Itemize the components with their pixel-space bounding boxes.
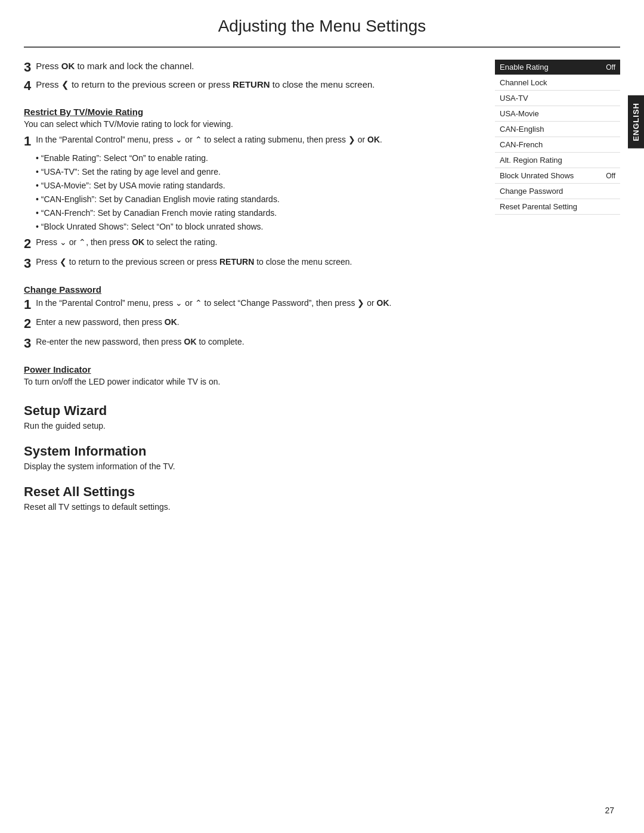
sidebar-menu: Enable Rating Off Channel Lock USA-TV US… <box>495 60 620 512</box>
change-password-step3-text: Re-enter the new password, then press OK… <box>36 337 244 346</box>
menu-item-change-password[interactable]: Change Password <box>495 184 620 199</box>
change-password-step1-text: In the “Parental Control” menu, press ⌄ … <box>36 298 391 308</box>
change-password-step1: 1 In the “Parental Control” menu, press … <box>24 297 483 312</box>
page-number: 27 <box>605 806 614 815</box>
english-tab: ENGLISH <box>628 95 644 148</box>
menu-item-usa-movie[interactable]: USA-Movie <box>495 106 620 122</box>
change-password-step3-number: 3 <box>24 336 31 351</box>
page-title: Adjusting the Menu Settings <box>24 0 620 48</box>
menu-item-can-french[interactable]: CAN-French <box>495 137 620 153</box>
setup-wizard-desc: Run the guided setup. <box>24 421 483 431</box>
menu-item-label: Change Password <box>500 187 563 196</box>
restrict-bullets: “Enable Rating”: Select “On” to enable r… <box>36 151 483 234</box>
intro-step3: 3 Press OK to mark and lock the channel. <box>24 60 483 73</box>
menu-item-label: USA-TV <box>500 94 528 103</box>
change-password-step2-text: Enter a new password, then press OK. <box>36 317 179 327</box>
restrict-desc: You can select which TV/Movie rating to … <box>24 119 483 129</box>
bullet-item: “USA-TV”: Set the rating by age level an… <box>36 165 483 179</box>
menu-item-label: Alt. Region Rating <box>500 156 562 165</box>
restrict-step1-text: In the “Parental Control” menu, press ⌄ … <box>36 135 382 144</box>
setup-wizard-title: Setup Wizard <box>24 403 483 419</box>
reset-all-section: Reset All Settings Reset all TV settings… <box>24 484 483 512</box>
restrict-step3: 3 Press ❮ to return to the previous scre… <box>24 256 483 271</box>
step-number-3: 3 <box>24 60 31 75</box>
power-indicator-section: Power Indicator To turn on/off the LED p… <box>24 364 483 386</box>
change-password-step2: 2 Enter a new password, then press OK. <box>24 316 483 332</box>
menu-item-enable-rating[interactable]: Enable Rating Off <box>495 60 620 75</box>
bullet-item: “Enable Rating”: Select “On” to enable r… <box>36 151 483 165</box>
reset-all-desc: Reset all TV settings to default setting… <box>24 502 483 512</box>
main-content: 3 Press OK to mark and lock the channel.… <box>24 60 495 512</box>
bullet-item: “Block Unrated Shows”: Select “On” to bl… <box>36 220 483 234</box>
change-password-step2-number: 2 <box>24 316 31 332</box>
menu-item-label: CAN-French <box>500 140 543 149</box>
bullet-item: “CAN-French”: Set by Canadian French mov… <box>36 206 483 220</box>
menu-item-label: USA-Movie <box>500 109 539 118</box>
menu-item-label: CAN-English <box>500 125 544 134</box>
restrict-step3-text: Press ❮ to return to the previous screen… <box>36 257 352 267</box>
menu-item-value: Off <box>606 172 615 180</box>
bullet-item: “USA-Movie”: Set by USA movie rating sta… <box>36 179 483 193</box>
menu-item-label: Enable Rating <box>500 63 549 72</box>
intro-step3-text: Press OK to mark and lock the channel. <box>36 61 194 71</box>
menu-item-value: Off <box>606 63 615 72</box>
menu-item-reset-parental-setting[interactable]: Reset Parental Setting <box>495 199 620 215</box>
restrict-section: Restrict By TV/Movie Rating You can sele… <box>24 107 483 271</box>
system-info-title: System Information <box>24 444 483 459</box>
restrict-step2-number: 2 <box>24 236 31 252</box>
menu-item-can-english[interactable]: CAN-English <box>495 122 620 137</box>
reset-all-title: Reset All Settings <box>24 484 483 500</box>
menu-item-channel-lock[interactable]: Channel Lock <box>495 75 620 91</box>
power-indicator-desc: To turn on/off the LED power indicator w… <box>24 377 483 386</box>
restrict-step3-number: 3 <box>24 256 31 271</box>
menu-item-label: Channel Lock <box>500 78 547 87</box>
step-number-4: 4 <box>24 78 31 94</box>
setup-wizard-section: Setup Wizard Run the guided setup. <box>24 403 483 431</box>
intro-step4-text: Press ❮ to return to the previous screen… <box>36 79 374 89</box>
menu-item-label: Reset Parental Setting <box>500 202 577 211</box>
restrict-step1: 1 In the “Parental Control” menu, press … <box>24 134 483 149</box>
menu-item-label: Block Unrated Shows <box>500 171 574 180</box>
change-password-step1-number: 1 <box>24 297 31 312</box>
power-indicator-heading: Power Indicator <box>24 364 483 374</box>
bullet-item: “CAN-English”: Set by Canadian English m… <box>36 193 483 206</box>
menu-item-block-unrated-shows[interactable]: Block Unrated Shows Off <box>495 168 620 184</box>
system-info-desc: Display the system information of the TV… <box>24 462 483 471</box>
change-password-heading: Change Password <box>24 284 483 295</box>
change-password-step3: 3 Re-enter the new password, then press … <box>24 336 483 351</box>
system-info-section: System Information Display the system in… <box>24 444 483 471</box>
menu-item-usa-tv[interactable]: USA-TV <box>495 91 620 106</box>
restrict-step1-number: 1 <box>24 134 31 149</box>
intro-step4: 4 Press ❮ to return to the previous scre… <box>24 78 483 94</box>
menu-item-alt-region-rating[interactable]: Alt. Region Rating <box>495 153 620 168</box>
restrict-step2: 2 Press ⌄ or ⌃, then press OK to select … <box>24 236 483 252</box>
restrict-step2-text: Press ⌄ or ⌃, then press OK to select th… <box>36 237 217 247</box>
change-password-section: Change Password 1 In the “Parental Contr… <box>24 284 483 351</box>
restrict-heading: Restrict By TV/Movie Rating <box>24 107 483 117</box>
